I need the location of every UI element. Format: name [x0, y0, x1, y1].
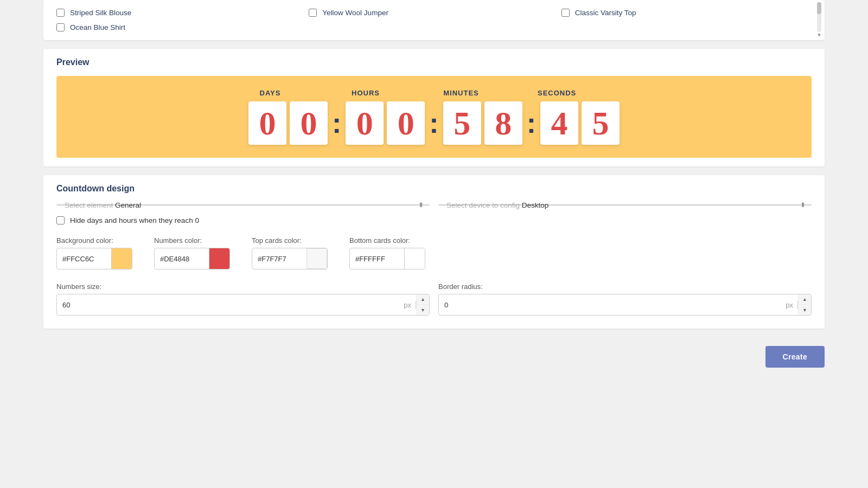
top-cards-color-label: Top cards color:	[252, 236, 328, 245]
selects-row: General Select element General ⬍ Desktop…	[56, 204, 812, 206]
bottom-cards-color-swatch[interactable]	[404, 248, 425, 269]
select-device-wrapper: Desktop Select device to config Desktop …	[438, 204, 812, 206]
digit-6: 4	[551, 106, 567, 140]
hide-days-checkbox[interactable]	[56, 216, 65, 224]
design-title: Countdown design	[56, 184, 812, 194]
seconds-label: SECONDS	[538, 89, 576, 97]
checkbox-item-classic-varsity-top: Classic Varsity Top	[561, 9, 814, 17]
seconds-labels: SECONDS	[538, 89, 617, 97]
create-button[interactable]: Create	[765, 346, 825, 368]
bg-color-hex-input[interactable]	[57, 251, 111, 267]
border-radius-down-button[interactable]: ▼	[798, 305, 811, 315]
numbers-size-input[interactable]	[57, 297, 399, 313]
digit-card-5: 8	[484, 101, 522, 145]
bg-color-label: Background color:	[56, 236, 132, 245]
numbers-size-stepper: ▲ ▼	[416, 294, 429, 315]
bottom-cards-color-group: Bottom cards color:	[349, 236, 425, 269]
digit-4: 5	[454, 106, 470, 140]
countdown-digits: 0 0 : 0 0 : 5	[248, 101, 620, 145]
digit-3: 0	[398, 106, 414, 140]
top-cards-color-group: Top cards color:	[252, 236, 328, 269]
border-radius-label: Border radius:	[438, 282, 812, 291]
digit-card-2: 0	[346, 101, 384, 145]
numbers-color-input-row	[154, 248, 230, 269]
select-element-wrapper: General Select element General ⬍	[56, 204, 430, 206]
seconds-label2	[579, 89, 617, 97]
top-cards-color-input-row	[252, 248, 328, 269]
digit-0: 0	[259, 106, 276, 140]
hours-label2	[388, 89, 426, 97]
countdown-preview: DAYS HOURS MINUTES SECONDS	[56, 76, 812, 158]
digit-2: 0	[356, 106, 373, 140]
minutes-label2	[483, 89, 521, 97]
ocean-blue-shirt-checkbox[interactable]	[56, 23, 65, 31]
border-radius-up-button[interactable]: ▲	[798, 294, 811, 305]
minutes-labels: MINUTES	[442, 89, 521, 97]
hide-days-row: Hide days and hours when they reach 0	[56, 216, 812, 224]
digit-7: 5	[592, 106, 609, 140]
numbers-color-group: Numbers color:	[154, 236, 230, 269]
countdown-labels-line: DAYS HOURS MINUTES SECONDS	[251, 89, 617, 97]
digit-card-3: 0	[387, 101, 425, 145]
colors-row: Background color: Numbers color: Top car…	[56, 236, 812, 269]
colon-2: :	[429, 109, 438, 137]
checkbox-grid: Striped Silk Blouse Yellow Wool Jumper C…	[56, 9, 814, 31]
bg-color-group: Background color:	[56, 236, 132, 269]
border-radius-group: Border radius: px ▲ ▼	[438, 282, 812, 316]
yellow-wool-jumper-label: Yellow Wool Jumper	[322, 9, 388, 17]
digit-card-0: 0	[248, 101, 286, 145]
digit-5: 8	[495, 106, 512, 140]
border-radius-unit: px	[781, 301, 798, 309]
striped-silk-blouse-label: Striped Silk Blouse	[70, 9, 131, 17]
checkbox-item-yellow-wool-jumper: Yellow Wool Jumper	[309, 9, 561, 17]
bg-color-swatch[interactable]	[111, 248, 132, 269]
border-radius-stepper: ▲ ▼	[798, 294, 811, 315]
numbers-size-label: Numbers size:	[56, 282, 430, 291]
preview-card: Preview DAYS HOURS MINUTES	[43, 49, 825, 166]
days-labels: DAYS	[251, 89, 330, 97]
preview-title: Preview	[56, 57, 812, 67]
design-card: Countdown design General Select element …	[43, 175, 825, 329]
numbers-color-label: Numbers color:	[154, 236, 230, 245]
numbers-size-input-row: px ▲ ▼	[56, 294, 430, 316]
numbers-size-up-button[interactable]: ▲	[416, 294, 429, 305]
colon-1: :	[332, 109, 341, 137]
scroll-down-arrow[interactable]: ▼	[816, 32, 822, 38]
hide-days-label: Hide days and hours when they reach 0	[70, 216, 199, 224]
yellow-wool-jumper-checkbox[interactable]	[309, 9, 317, 17]
days-label: DAYS	[251, 89, 289, 97]
colon-3: :	[527, 109, 536, 137]
border-radius-input-row: px ▲ ▼	[438, 294, 812, 316]
hours-labels: HOURS	[347, 89, 426, 97]
checkbox-item-striped-silk-blouse: Striped Silk Blouse	[56, 9, 309, 17]
bottom-bar: Create	[0, 337, 868, 376]
days-label2	[292, 89, 330, 97]
bg-color-input-row	[56, 248, 132, 269]
numbers-size-unit: px	[399, 301, 416, 309]
numbers-size-group: Numbers size: px ▲ ▼	[56, 282, 430, 316]
bottom-cards-color-hex-input[interactable]	[350, 251, 404, 267]
countdown-display: DAYS HOURS MINUTES SECONDS	[67, 89, 801, 145]
ocean-blue-shirt-label: Ocean Blue Shirt	[70, 23, 125, 31]
classic-varsity-top-checkbox[interactable]	[561, 9, 570, 17]
digit-card-7: 5	[582, 101, 620, 145]
striped-silk-blouse-checkbox[interactable]	[56, 9, 65, 17]
numbers-color-swatch[interactable]	[209, 248, 229, 269]
bottom-cards-color-input-row	[349, 248, 425, 269]
top-cards-color-hex-input[interactable]	[252, 251, 307, 267]
checkbox-item-ocean-blue-shirt: Ocean Blue Shirt	[56, 23, 309, 31]
hours-label: HOURS	[347, 89, 385, 97]
digit-card-6: 4	[540, 101, 578, 145]
digit-card-4: 5	[443, 101, 481, 145]
scrollbar[interactable]: ▼	[816, 0, 822, 40]
sizes-row: Numbers size: px ▲ ▼ Border radius: px	[56, 282, 812, 316]
minutes-label: MINUTES	[442, 89, 480, 97]
numbers-color-hex-input[interactable]	[155, 251, 209, 267]
digit-1: 0	[301, 106, 317, 140]
numbers-size-down-button[interactable]: ▼	[416, 305, 429, 315]
digit-card-1: 0	[290, 101, 328, 145]
bottom-cards-color-label: Bottom cards color:	[349, 236, 425, 245]
border-radius-input[interactable]	[439, 297, 781, 313]
classic-varsity-top-label: Classic Varsity Top	[575, 9, 636, 17]
top-cards-color-swatch[interactable]	[307, 248, 327, 269]
